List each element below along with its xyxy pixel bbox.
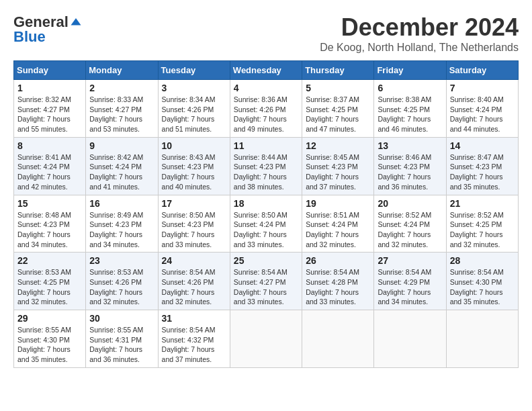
sunrise-label: Sunrise: 8:51 AM (306, 211, 359, 219)
sunset-label: Sunset: 4:27 PM (89, 105, 142, 113)
daylight-minutes: and 55 minutes. (17, 125, 68, 133)
weekday-header: Friday (374, 61, 446, 80)
weekday-header: Sunday (14, 61, 86, 80)
day-number: 24 (162, 255, 226, 266)
day-number: 12 (306, 140, 370, 151)
calendar-day-cell: 5 Sunrise: 8:37 AM Sunset: 4:25 PM Dayli… (302, 80, 374, 138)
day-info: Sunrise: 8:53 AM Sunset: 4:25 PM Dayligh… (17, 267, 82, 307)
calendar-day-cell: 15 Sunrise: 8:48 AM Sunset: 4:23 PM Dayl… (14, 195, 86, 253)
daylight-minutes: and 38 minutes. (234, 183, 284, 191)
day-info: Sunrise: 8:54 AM Sunset: 4:32 PM Dayligh… (162, 325, 226, 365)
sunrise-label: Sunrise: 8:32 AM (17, 95, 71, 103)
sunset-label: Sunset: 4:27 PM (234, 278, 286, 286)
daylight-label: Daylight: 7 hours (89, 288, 142, 296)
day-info: Sunrise: 8:55 AM Sunset: 4:31 PM Dayligh… (89, 325, 154, 365)
daylight-label: Daylight: 7 hours (450, 173, 503, 181)
calendar-day-cell: 6 Sunrise: 8:38 AM Sunset: 4:25 PM Dayli… (374, 80, 446, 138)
day-info: Sunrise: 8:50 AM Sunset: 4:24 PM Dayligh… (234, 210, 298, 250)
day-info: Sunrise: 8:55 AM Sunset: 4:30 PM Dayligh… (17, 325, 82, 365)
logo: General Blue (13, 13, 82, 46)
sunset-label: Sunset: 4:26 PM (162, 105, 214, 113)
sunset-label: Sunset: 4:26 PM (234, 105, 286, 113)
sunrise-label: Sunrise: 8:54 AM (162, 268, 216, 276)
day-number: 27 (378, 255, 442, 266)
daylight-minutes: and 33 minutes. (234, 298, 284, 306)
calendar-week-row: 15 Sunrise: 8:48 AM Sunset: 4:23 PM Dayl… (14, 195, 519, 253)
sunset-label: Sunset: 4:24 PM (89, 163, 142, 171)
daylight-minutes: and 37 minutes. (162, 355, 212, 363)
weekday-header: Saturday (446, 61, 518, 80)
day-info: Sunrise: 8:42 AM Sunset: 4:24 PM Dayligh… (89, 152, 154, 192)
calendar-day-cell: 7 Sunrise: 8:40 AM Sunset: 4:24 PM Dayli… (446, 80, 518, 138)
day-info: Sunrise: 8:53 AM Sunset: 4:26 PM Dayligh… (89, 267, 154, 307)
day-info: Sunrise: 8:54 AM Sunset: 4:29 PM Dayligh… (378, 267, 442, 307)
sunrise-label: Sunrise: 8:36 AM (234, 95, 287, 103)
sunrise-label: Sunrise: 8:54 AM (306, 268, 359, 276)
sunrise-label: Sunrise: 8:42 AM (89, 153, 143, 161)
day-info: Sunrise: 8:38 AM Sunset: 4:25 PM Dayligh… (378, 95, 442, 134)
calendar-day-cell: 19 Sunrise: 8:51 AM Sunset: 4:24 PM Dayl… (302, 195, 374, 253)
sunset-label: Sunset: 4:25 PM (378, 105, 430, 113)
day-info: Sunrise: 8:32 AM Sunset: 4:27 PM Dayligh… (17, 95, 82, 134)
logo-icon (70, 16, 82, 28)
sunset-label: Sunset: 4:24 PM (306, 220, 358, 228)
logo-blue: Blue (13, 28, 46, 45)
daylight-label: Daylight: 7 hours (378, 173, 431, 181)
daylight-minutes: and 51 minutes. (162, 125, 212, 133)
daylight-minutes: and 37 minutes. (306, 183, 356, 191)
sunset-label: Sunset: 4:26 PM (162, 278, 214, 286)
day-info: Sunrise: 8:36 AM Sunset: 4:26 PM Dayligh… (234, 95, 298, 134)
day-number: 22 (17, 255, 82, 266)
day-number: 4 (234, 83, 298, 93)
calendar-day-cell: 9 Sunrise: 8:42 AM Sunset: 4:24 PM Dayli… (86, 137, 158, 195)
daylight-label: Daylight: 7 hours (450, 115, 503, 123)
daylight-label: Daylight: 7 hours (234, 230, 287, 238)
daylight-minutes: and 36 minutes. (89, 355, 140, 363)
sunrise-label: Sunrise: 8:44 AM (234, 153, 287, 161)
day-info: Sunrise: 8:40 AM Sunset: 4:24 PM Dayligh… (450, 95, 515, 134)
daylight-minutes: and 40 minutes. (162, 183, 212, 191)
daylight-minutes: and 53 minutes. (89, 125, 140, 133)
daylight-minutes: and 34 minutes. (17, 240, 68, 248)
calendar-week-row: 8 Sunrise: 8:41 AM Sunset: 4:24 PM Dayli… (14, 137, 519, 195)
day-info: Sunrise: 8:47 AM Sunset: 4:23 PM Dayligh… (450, 152, 515, 192)
sunrise-label: Sunrise: 8:34 AM (162, 95, 216, 103)
daylight-minutes: and 36 minutes. (378, 183, 428, 191)
calendar-day-cell: 22 Sunrise: 8:53 AM Sunset: 4:25 PM Dayl… (14, 253, 86, 310)
day-info: Sunrise: 8:50 AM Sunset: 4:23 PM Dayligh… (162, 210, 226, 250)
day-info: Sunrise: 8:34 AM Sunset: 4:26 PM Dayligh… (162, 95, 226, 134)
daylight-label: Daylight: 7 hours (378, 115, 431, 123)
daylight-label: Daylight: 7 hours (17, 230, 71, 238)
sunrise-label: Sunrise: 8:50 AM (162, 211, 216, 219)
calendar-week-row: 1 Sunrise: 8:32 AM Sunset: 4:27 PM Dayli… (14, 80, 519, 138)
sunrise-label: Sunrise: 8:49 AM (89, 211, 143, 219)
calendar-day-cell: 4 Sunrise: 8:36 AM Sunset: 4:26 PM Dayli… (230, 80, 302, 138)
day-info: Sunrise: 8:54 AM Sunset: 4:27 PM Dayligh… (234, 267, 298, 307)
sunset-label: Sunset: 4:24 PM (378, 220, 430, 228)
day-number: 9 (89, 140, 154, 151)
daylight-minutes: and 33 minutes. (306, 298, 356, 306)
day-number: 8 (17, 140, 82, 151)
weekday-header: Tuesday (158, 61, 230, 80)
sunset-label: Sunset: 4:25 PM (17, 278, 70, 286)
sunrise-label: Sunrise: 8:52 AM (450, 211, 504, 219)
daylight-minutes: and 34 minutes. (378, 298, 428, 306)
daylight-minutes: and 42 minutes. (17, 183, 68, 191)
empty-cell (302, 310, 374, 368)
day-info: Sunrise: 8:46 AM Sunset: 4:23 PM Dayligh… (378, 152, 442, 192)
sunset-label: Sunset: 4:30 PM (450, 278, 502, 286)
day-number: 21 (450, 198, 515, 209)
day-info: Sunrise: 8:41 AM Sunset: 4:24 PM Dayligh… (17, 152, 82, 192)
sunrise-label: Sunrise: 8:54 AM (234, 268, 287, 276)
sunrise-label: Sunrise: 8:38 AM (378, 95, 431, 103)
sunset-label: Sunset: 4:31 PM (89, 336, 142, 344)
daylight-label: Daylight: 7 hours (234, 115, 287, 123)
day-number: 25 (234, 255, 298, 266)
daylight-label: Daylight: 7 hours (306, 230, 359, 238)
daylight-label: Daylight: 7 hours (162, 345, 215, 353)
calendar-header-row: SundayMondayTuesdayWednesdayThursdayFrid… (14, 61, 519, 80)
calendar-day-cell: 29 Sunrise: 8:55 AM Sunset: 4:30 PM Dayl… (14, 310, 86, 368)
daylight-minutes: and 35 minutes. (450, 298, 500, 306)
sunset-label: Sunset: 4:24 PM (450, 105, 502, 113)
daylight-minutes: and 46 minutes. (378, 125, 428, 133)
